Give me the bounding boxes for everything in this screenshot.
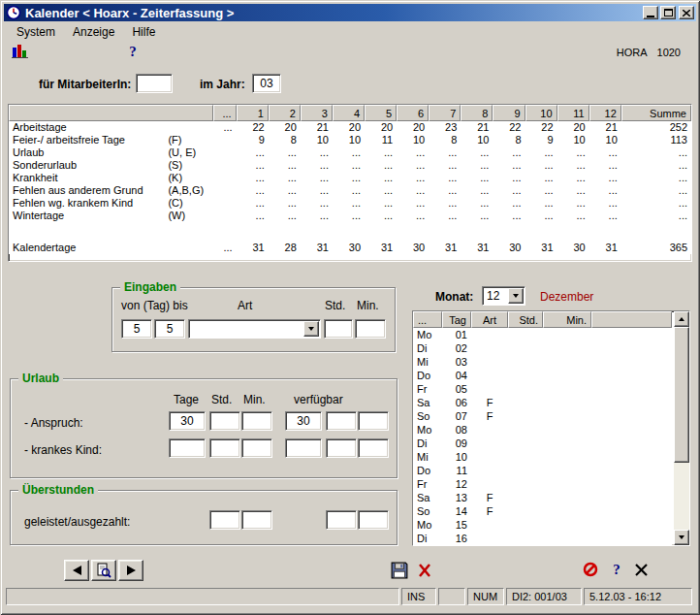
day-row[interactable]: Mo 15 xyxy=(413,518,672,532)
save-button[interactable] xyxy=(387,560,412,581)
jahr-input[interactable] xyxy=(252,74,281,93)
bis-tag-input[interactable] xyxy=(154,319,185,339)
month-column-header[interactable]: 7 xyxy=(429,105,461,121)
chart-icon[interactable] xyxy=(12,44,29,59)
day-row[interactable]: Sa 06 F xyxy=(413,396,672,409)
mitarbeiter-input[interactable] xyxy=(136,74,173,93)
art-dropdown[interactable] xyxy=(188,319,321,339)
anspruch-min-input[interactable] xyxy=(241,411,272,431)
delete-button[interactable] xyxy=(412,560,437,581)
anspruch-verfuegbar-tage-input[interactable] xyxy=(285,411,322,431)
art-cell xyxy=(471,369,508,382)
day-row[interactable]: Di 09 xyxy=(413,437,672,450)
month-column-header[interactable]: 1 xyxy=(237,105,269,121)
month-value xyxy=(397,222,429,242)
eingaben-title: Eingaben xyxy=(120,280,180,294)
month-value: ... xyxy=(493,197,525,210)
anspruch-verfuegbar-min-input[interactable] xyxy=(358,411,389,431)
day-row[interactable]: Mi 10 xyxy=(413,450,672,464)
year-table-header-row: ... 1 2 3 4 5 6 7 8 9 10 11 12 Summe xyxy=(9,105,691,121)
next-record-button[interactable] xyxy=(118,560,143,581)
day-row[interactable]: Di 02 xyxy=(413,341,672,355)
day-row[interactable]: So 07 F xyxy=(413,409,672,423)
krankes-std-input[interactable] xyxy=(209,438,240,458)
clock-icon xyxy=(6,5,21,20)
krankes-verfuegbar-std-input[interactable] xyxy=(326,438,357,458)
minimize-button[interactable] xyxy=(643,6,658,19)
month-column-header[interactable]: 5 xyxy=(365,105,397,121)
day-row[interactable]: Mo 01 xyxy=(413,328,672,341)
ausgezahlt-min-input[interactable] xyxy=(358,510,389,530)
day-row[interactable]: Di 16 xyxy=(413,532,672,545)
chevron-down-icon[interactable] xyxy=(508,288,524,304)
month-column-header[interactable]: 9 xyxy=(493,105,525,121)
ueberstunden-std-input[interactable] xyxy=(209,510,240,530)
day-row[interactable]: Sa 13 F xyxy=(413,491,672,504)
scrollbar-thumb[interactable] xyxy=(674,327,689,463)
month-value: ... xyxy=(589,184,621,197)
month-value: ... xyxy=(333,146,365,159)
close-list-button[interactable] xyxy=(628,559,653,580)
day-row[interactable]: Do 11 xyxy=(413,464,672,477)
maximize-button[interactable] xyxy=(660,6,676,19)
month-value: ... xyxy=(237,172,269,184)
summe-column-header[interactable]: Summe xyxy=(621,105,691,121)
std-cell xyxy=(508,477,543,491)
day-row[interactable]: Fr 05 xyxy=(413,382,672,396)
row-code: (C) xyxy=(164,197,212,210)
anspruch-tage-input[interactable] xyxy=(169,411,206,431)
weekday-cell: Di xyxy=(413,341,442,355)
lookup-button[interactable] xyxy=(91,560,116,581)
ausgezahlt-std-input[interactable] xyxy=(326,510,357,530)
tag-column-header[interactable]: Tag xyxy=(442,311,471,328)
eingaben-std-input[interactable] xyxy=(324,319,353,339)
menu-hilfe[interactable]: Hilfe xyxy=(123,23,164,41)
eingaben-min-input[interactable] xyxy=(355,319,386,339)
day-row[interactable]: Mi 03 xyxy=(413,355,672,369)
ueberstunden-min-input[interactable] xyxy=(241,510,272,530)
month-column-header[interactable]: 12 xyxy=(589,105,621,121)
scroll-up-button[interactable] xyxy=(674,311,689,327)
menu-system[interactable]: System xyxy=(8,23,64,41)
monat-dropdown[interactable]: 12 xyxy=(482,286,525,306)
krankes-min-input[interactable] xyxy=(241,438,272,458)
day-row[interactable]: So 14 F xyxy=(413,504,672,518)
help-button[interactable]: ? xyxy=(604,559,629,580)
month-column-header[interactable]: 2 xyxy=(269,105,301,121)
close-button[interactable] xyxy=(679,6,694,19)
min-column-header[interactable]: Min. xyxy=(543,311,591,328)
month-column-header[interactable]: 3 xyxy=(301,105,333,121)
tag-cell: 09 xyxy=(442,437,471,450)
chevron-down-icon[interactable] xyxy=(303,321,319,337)
day-row[interactable]: Fr 12 xyxy=(413,477,672,491)
von-tag-input[interactable] xyxy=(121,319,152,339)
cancel-button[interactable] xyxy=(578,559,603,580)
day-row[interactable]: Mo 08 xyxy=(413,423,672,437)
anspruch-verfuegbar-std-input[interactable] xyxy=(326,411,357,431)
anspruch-std-input[interactable] xyxy=(209,411,240,431)
month-column-header[interactable]: 10 xyxy=(525,105,557,121)
krankes-verfuegbar-tage-input[interactable] xyxy=(285,438,322,458)
day-row[interactable]: Do 04 xyxy=(413,369,672,382)
weekday-column-header[interactable]: ... xyxy=(413,311,442,328)
month-value xyxy=(237,222,269,242)
titlebar[interactable]: Kalender < Hoarx - Zeiterfassung > xyxy=(4,4,696,21)
krankes-verfuegbar-min-input[interactable] xyxy=(358,438,389,458)
month-column-header[interactable]: 11 xyxy=(557,105,589,121)
row-sum: 252 xyxy=(621,121,691,134)
next-icon xyxy=(127,566,136,575)
scroll-down-button[interactable] xyxy=(674,530,689,545)
menu-anzeige[interactable]: Anzeige xyxy=(64,23,123,41)
month-column-header[interactable]: 4 xyxy=(333,105,365,121)
dots-column-header[interactable]: ... xyxy=(213,105,237,121)
std-column-header[interactable]: Std. xyxy=(508,311,543,328)
art-column-header[interactable]: Art xyxy=(471,311,508,328)
art-cell xyxy=(471,423,508,437)
vertical-scrollbar[interactable] xyxy=(674,311,689,545)
month-column-header[interactable]: 8 xyxy=(461,105,493,121)
help-icon[interactable]: ? xyxy=(124,43,142,60)
krankes-tage-input[interactable] xyxy=(169,438,206,458)
prev-record-button[interactable] xyxy=(64,560,89,581)
month-column-header[interactable]: 6 xyxy=(397,105,429,121)
art-label: Art xyxy=(238,299,252,312)
